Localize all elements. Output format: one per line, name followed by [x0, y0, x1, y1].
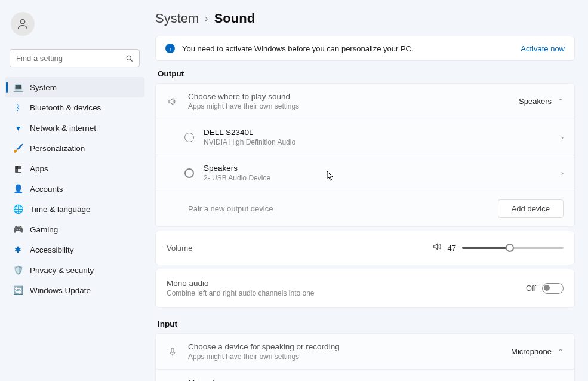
chevron-up-icon: ⌃: [558, 348, 564, 356]
input-selected: Microphone: [511, 347, 552, 356]
nav-label: Windows Update: [30, 286, 91, 295]
main-content: System › Sound i You need to activate Wi…: [149, 0, 588, 381]
nav-label: Accessibility: [30, 245, 74, 254]
chevron-right-icon: ›: [205, 13, 208, 24]
input-header: Input: [158, 319, 575, 328]
nav-bluetooth[interactable]: ᛒBluetooth & devices: [5, 97, 144, 118]
output-device-row[interactable]: Speakers 2- USB Audio Device ›: [156, 155, 574, 191]
nav-apps[interactable]: ▦Apps: [5, 158, 144, 179]
bluetooth-icon: ᛒ: [13, 103, 23, 112]
slider-thumb[interactable]: [506, 244, 514, 252]
svg-line-2: [131, 59, 133, 61]
activate-link[interactable]: Activate now: [521, 44, 565, 53]
output-choose-row[interactable]: Choose where to play sound Apps might ha…: [156, 84, 574, 119]
device-name: Speakers: [204, 164, 561, 173]
input-choose-row[interactable]: Choose a device for speaking or recordin…: [156, 334, 574, 370]
apps-icon: ▦: [13, 164, 23, 173]
nav-update[interactable]: 🔄Windows Update: [5, 280, 144, 300]
time-icon: 🌐: [13, 204, 23, 214]
chevron-right-icon: ›: [561, 133, 564, 142]
svg-point-0: [20, 20, 24, 24]
nav-label: Personalization: [30, 144, 85, 153]
person-icon: [16, 17, 29, 30]
search-icon: [125, 54, 134, 63]
mono-audio-row[interactable]: Mono audio Combine left and right audio …: [155, 269, 575, 308]
nav-network[interactable]: ▾Network & internet: [5, 118, 144, 138]
chevron-right-icon: ›: [561, 169, 564, 177]
svg-point-1: [127, 56, 131, 60]
shield-icon: 🛡️: [13, 265, 23, 275]
wifi-icon: ▾: [13, 123, 23, 133]
output-choose-sub: Apps might have their own settings: [188, 102, 519, 110]
nav-label: Gaming: [30, 225, 58, 234]
output-device-row[interactable]: DELL S2340L NVIDIA High Definition Audio…: [156, 119, 574, 155]
nav-accessibility[interactable]: ✱Accessibility: [5, 239, 144, 260]
avatar: [11, 12, 35, 36]
volume-row: Volume 47: [155, 231, 575, 265]
mono-sub: Combine left and right audio channels in…: [167, 289, 526, 297]
toggle-state: Off: [526, 284, 536, 293]
sidebar: 💻System ᛒBluetooth & devices ▾Network & …: [0, 0, 149, 381]
nav-time[interactable]: 🌐Time & language: [5, 199, 144, 219]
microphone-icon: [167, 347, 178, 357]
search-field[interactable]: [10, 49, 140, 67]
input-device-row[interactable]: Microphone 2- USB Audio Device ›: [156, 370, 574, 381]
svg-rect-3: [171, 348, 174, 352]
breadcrumb: System › Sound: [155, 6, 575, 36]
nav-label: Privacy & security: [30, 266, 94, 275]
slider-fill: [462, 247, 510, 249]
device-sub: 2- USB Audio Device: [204, 174, 561, 182]
volume-label: Volume: [167, 244, 214, 253]
nav-label: Time & language: [30, 205, 91, 214]
nav-list: 💻System ᛒBluetooth & devices ▾Network & …: [5, 77, 144, 300]
toggle-knob: [544, 285, 550, 291]
input-card: Choose a device for speaking or recordin…: [155, 333, 575, 381]
gaming-icon: 🎮: [13, 225, 23, 234]
accounts-icon: 👤: [13, 184, 23, 193]
nav-gaming[interactable]: 🎮Gaming: [5, 219, 144, 239]
device-sub: NVIDIA High Definition Audio: [204, 138, 561, 146]
nav-accounts[interactable]: 👤Accounts: [5, 179, 144, 199]
radio-unselected[interactable]: [184, 168, 194, 178]
nav-label: Network & internet: [30, 124, 96, 133]
device-name: Microphone: [188, 378, 561, 381]
user-profile[interactable]: [5, 6, 144, 42]
output-header: Output: [158, 69, 575, 78]
banner-text: You need to activate Windows before you …: [182, 44, 513, 53]
mono-title: Mono audio: [167, 279, 526, 288]
nav-privacy[interactable]: 🛡️Privacy & security: [5, 260, 144, 280]
input-choose-sub: Apps might have their own settings: [188, 352, 511, 361]
mono-toggle[interactable]: [542, 283, 564, 294]
system-icon: 💻: [13, 82, 23, 92]
accessibility-icon: ✱: [13, 245, 23, 254]
update-icon: 🔄: [13, 285, 23, 295]
pair-output-row: Pair a new output device Add device: [156, 191, 574, 226]
nav-label: Apps: [30, 164, 48, 173]
output-selected: Speakers: [519, 97, 552, 106]
radio-unselected[interactable]: [184, 133, 194, 142]
pair-output-text: Pair a new output device: [167, 204, 498, 213]
volume-icon[interactable]: [432, 242, 442, 254]
activation-banner: i You need to activate Windows before yo…: [155, 36, 575, 61]
brush-icon: 🖌️: [13, 143, 23, 153]
nav-label: System: [30, 83, 57, 92]
info-icon: i: [165, 44, 175, 53]
add-output-device-button[interactable]: Add device: [498, 199, 564, 218]
chevron-up-icon: ⌃: [558, 97, 564, 106]
volume-value: 47: [448, 244, 456, 253]
nav-personalization[interactable]: 🖌️Personalization: [5, 138, 144, 158]
device-name: DELL S2340L: [204, 128, 561, 137]
breadcrumb-parent[interactable]: System: [155, 11, 199, 26]
page-title: Sound: [214, 11, 255, 26]
nav-system[interactable]: 💻System: [5, 77, 144, 97]
search-input[interactable]: [10, 49, 140, 67]
output-card: Choose where to play sound Apps might ha…: [155, 83, 575, 227]
output-choose-title: Choose where to play sound: [188, 92, 519, 101]
volume-slider[interactable]: [462, 247, 564, 249]
speaker-icon: [167, 96, 178, 107]
nav-label: Accounts: [30, 185, 63, 193]
nav-label: Bluetooth & devices: [30, 103, 101, 112]
input-choose-title: Choose a device for speaking or recordin…: [188, 342, 511, 351]
